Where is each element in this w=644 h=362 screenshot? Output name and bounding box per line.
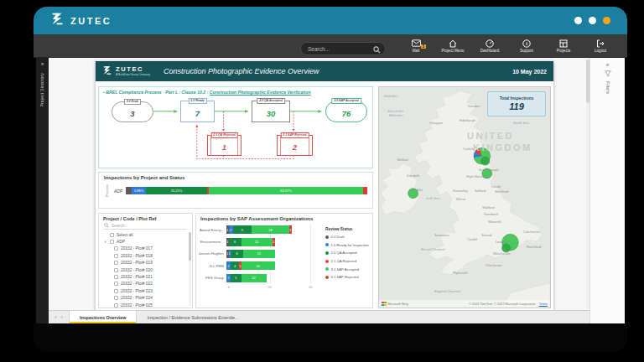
map-bubble[interactable] — [481, 157, 490, 165]
legend-item[interactable]: 2.1 QA Rejected — [325, 257, 371, 266]
map-bubble[interactable] — [502, 244, 511, 252]
checkbox[interactable] — [114, 268, 118, 272]
list-item[interactable]: 20332 - Plot# 025 — [99, 302, 192, 308]
scrollbar[interactable] — [189, 232, 191, 306]
map-visual[interactable]: HebridesSea of theHebridesDundeeGlasgowE… — [378, 86, 551, 308]
legend-item[interactable]: 3.0 SAP Accepted — [325, 265, 371, 273]
report-brand: ZUTEC — [116, 66, 150, 73]
microsoft-logo-icon — [382, 302, 387, 307]
expand-icon[interactable]: » — [41, 61, 44, 68]
legend-title: Review Status — [325, 227, 371, 231]
toolbar-dashboard-button[interactable]: Dashboard — [471, 39, 508, 53]
flow-node-draft[interactable]: 0.0 Draft 3 — [112, 101, 153, 122]
svg-text:i: i — [526, 41, 527, 46]
status-bar-segment[interactable]: 63.87% — [209, 187, 363, 194]
window-control-dot[interactable] — [574, 17, 582, 24]
bar-segment[interactable]: 16 — [242, 261, 275, 270]
toolbar-projects-button[interactable]: Projects — [545, 39, 582, 53]
x-tick-label: 20 — [267, 285, 272, 289]
window-controls — [574, 17, 610, 24]
status-bar-segment[interactable] — [126, 187, 132, 194]
toolbar-project-menu-button[interactable]: Project Menu — [434, 39, 471, 53]
toolbar-support-button[interactable]: iSupport — [508, 39, 545, 53]
list-item[interactable]: 20332 - Plot# 019 — [99, 260, 192, 266]
bar-segment[interactable]: 1 — [273, 238, 275, 246]
scrollbar[interactable] — [586, 59, 589, 308]
terms-link[interactable]: Terms — [539, 303, 548, 306]
list-item[interactable]: 20332 - Plot# 020 — [99, 266, 192, 273]
country-label: UNITED — [467, 131, 514, 141]
filters-rail[interactable]: « Filters — [589, 58, 625, 323]
list-item[interactable]: ∧ADP — [99, 238, 192, 245]
prev-tab-icon[interactable]: ‹ — [55, 314, 56, 320]
list-item[interactable]: 20332 - Plot# 018 — [99, 252, 192, 259]
legend-label: 0.0 Draft — [331, 235, 345, 239]
checkbox[interactable] — [114, 303, 118, 308]
mail-badge: 3 — [421, 44, 426, 49]
legend-item[interactable]: 1.0 Ready for Inspection — [325, 241, 371, 250]
filter-search-input[interactable] — [112, 223, 179, 228]
project-directory-rail[interactable]: » Project Directory — [36, 58, 49, 323]
bar-segment[interactable]: 9 — [233, 225, 252, 234]
flow-node-qa-rejected[interactable]: 2.1 QA Rejected 1 — [207, 135, 242, 156]
checkbox[interactable] — [110, 240, 114, 244]
window-control-dot[interactable] — [603, 17, 610, 24]
window-control-dot[interactable] — [589, 17, 596, 24]
scrollbar-thumb[interactable] — [189, 232, 191, 261]
list-item[interactable]: 20332 - Plot# 023 — [99, 287, 192, 294]
tab-inspections-overview[interactable]: Inspections Overview — [69, 311, 137, 323]
legend-item[interactable]: 2.0 QA Accepted — [325, 249, 371, 257]
status-bar-segment[interactable] — [363, 187, 367, 194]
map-bubble[interactable] — [482, 168, 492, 178]
checkbox[interactable] — [114, 261, 118, 265]
legend-item[interactable]: 3.1 SAP Rejected — [325, 273, 371, 282]
project-directory-label: Project Directory — [40, 73, 44, 107]
bar-segment[interactable]: 4 — [231, 261, 239, 270]
window-content: » Project Directory ZUTEC A BuildData Gr… — [34, 58, 627, 323]
search-icon — [373, 42, 381, 49]
status-bar-segment[interactable]: 5.88% — [132, 187, 146, 194]
list-item-label: 20332 - Plot# 025 — [121, 303, 153, 308]
status-bar-segment[interactable]: 25.21% — [146, 187, 207, 194]
checkbox[interactable] — [110, 233, 114, 237]
checkbox[interactable] — [114, 296, 118, 300]
flow-node-qa-accepted[interactable]: 2.0 QA Accepted 30 — [252, 101, 290, 122]
plot-filter-card: Project / Code / Plot Ref Select all∧ADP… — [98, 213, 193, 308]
legend-item[interactable]: 0.0 Draft — [325, 233, 371, 241]
flow-node-sap-rejected[interactable]: 3.1 SAP Rejected 2 — [277, 135, 313, 156]
list-item[interactable]: 20332 - Plot# 022 — [99, 281, 192, 287]
flow-title-link[interactable]: Construction Photographic Evidence Verif… — [210, 90, 311, 95]
map-bubble[interactable] — [408, 189, 418, 199]
collapse-icon[interactable]: « — [606, 62, 610, 68]
list-item[interactable]: 20332 - Plot# 017 — [99, 246, 192, 252]
checkbox[interactable] — [114, 289, 118, 293]
bar-segment[interactable]: 5 — [231, 274, 242, 282]
flow-node-sap-accepted[interactable]: 3.0 SAP Accepted 76 — [325, 101, 367, 122]
list-item-label: 20332 - Plot# 021 — [121, 275, 153, 279]
bar-segment[interactable]: 18 — [252, 225, 289, 234]
list-item[interactable]: 20332 - Plot# 024 — [99, 295, 192, 302]
country-label: KINGDOM — [473, 142, 532, 153]
checkbox[interactable] — [114, 275, 118, 279]
flow-node-ready[interactable]: 1.0 Ready 7 — [180, 101, 215, 122]
bar-segment[interactable]: 12 — [242, 274, 267, 282]
legend: Review Status 0.0 Draft1.0 Ready for Ins… — [324, 224, 372, 291]
logout-icon — [596, 39, 605, 48]
chevron-up-icon[interactable]: ∧ — [104, 240, 110, 244]
checkbox[interactable] — [114, 254, 118, 258]
bar-segment[interactable]: 15 — [243, 250, 275, 258]
checkbox[interactable] — [114, 282, 118, 286]
bar-segment[interactable]: 1 — [289, 225, 292, 234]
bar-segment[interactable]: 6 — [231, 250, 243, 258]
next-tab-icon[interactable]: › — [61, 314, 63, 320]
bar-segment[interactable]: 15 — [242, 238, 273, 246]
list-item[interactable]: Select all — [99, 231, 192, 238]
toolbar-mail-button[interactable]: 3Mail — [397, 39, 434, 53]
bar-segment[interactable]: 6 — [229, 238, 242, 246]
list-item[interactable]: 20332 - Plot# 021 — [99, 273, 192, 280]
checkbox[interactable] — [114, 246, 118, 251]
toolbar-logout-button[interactable]: Logout — [582, 39, 619, 53]
tab-inspection-evidence-submissions[interactable]: Inspection / Evidence Submissions Extend… — [137, 311, 248, 323]
project-status-card: Inspections by Project and Status Projec… — [98, 172, 373, 209]
scrollbar-thumb[interactable] — [586, 59, 589, 103]
